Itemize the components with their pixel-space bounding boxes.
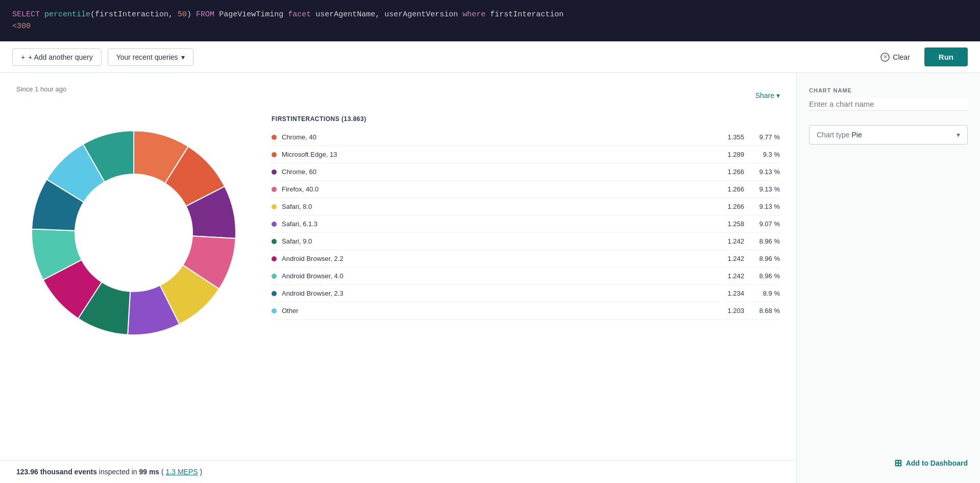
legend-label: Chrome, 60 [282,168,708,176]
recent-queries-label: Your recent queries [116,53,178,61]
legend-row: Safari, 9.0 1.242 8.96 % [272,233,780,250]
add-query-button[interactable]: + + Add another query [12,49,102,66]
legend-row: Chrome, 40 1.355 9.77 % [272,129,780,146]
query-condition: firstInteraction [485,10,564,19]
legend-pct: 9.3 % [749,151,780,158]
dashboard-icon: ⊞ [894,457,902,469]
query-plain1 [40,10,44,19]
legend-value: 1.242 [714,237,744,245]
chart-type-section: Chart type Pie ▾ [809,125,968,144]
legend-pct: 9.07 % [749,220,780,228]
legend-pct: 9.13 % [749,168,780,176]
legend-label: Microsoft Edge, 13 [282,151,708,158]
left-content: Since 1 hour ago Share ▾ [0,73,796,483]
chevron-down-icon: ▾ [957,131,960,139]
footer-stats: 123.96 thousand events inspected in 99 m… [16,468,202,476]
right-spacer [809,159,968,443]
events-count: 123.96 thousand events [16,468,97,476]
query-table: PageViewTiming [214,10,288,19]
legend-row: Firefox, 40.0 1.266 9.13 % [272,181,780,198]
share-button[interactable]: Share ▾ [755,91,780,100]
legend-label: Safari, 8.0 [282,203,708,210]
legend-dot [272,187,277,192]
legend-value: 1.289 [714,151,744,158]
chart-name-section: CHART NAME [809,87,968,111]
add-to-dashboard-button[interactable]: ⊞ Add to Dashboard [894,457,968,469]
share-label: Share [755,91,774,100]
dashboard-section: ⊞ Add to Dashboard [809,457,968,469]
legend-row: Android Browser, 4.0 1.242 8.96 % [272,268,780,285]
ms-value: 99 ms [139,468,159,476]
legend-dot [272,239,277,244]
query-func: percentile [44,10,90,19]
legend-value: 1.242 [714,272,744,280]
query-facet-cols: userAgentName, userAgentVersion [311,10,462,19]
legend-pct: 9.13 % [749,203,780,210]
inspected-text: inspected in [99,468,139,476]
chart-type-select[interactable]: Chart type Pie ▾ [809,125,968,144]
legend-label: Safari, 6.1.3 [282,220,708,228]
legend-row: Android Browser, 2.2 1.242 8.96 % [272,250,780,268]
query-paren: ) [187,10,196,19]
legend-label: Chrome, 40 [282,133,708,141]
clear-label: Clear [893,53,910,61]
query-lt300: <300 [12,22,31,31]
legend-rows: Chrome, 40 1.355 9.77 % Microsoft Edge, … [272,129,780,320]
legend-label: Android Browser, 2.3 [282,289,708,297]
legend-value: 1.266 [714,203,744,210]
query-select: SELECT [12,10,40,19]
legend-value: 1.258 [714,220,744,228]
chart-type-label: Chart type [817,131,850,139]
query-where: where [462,10,485,19]
meps-label: ( 1.3 MEPS ) [161,468,202,476]
page-wrapper: SELECT percentile(firstInteraction, 50) … [0,0,980,483]
legend-pct: 8.9 % [749,289,780,297]
chart-name-label: CHART NAME [809,87,968,93]
query-facet: facet [288,10,311,19]
legend-row: Android Browser, 2.3 1.234 8.9 % [272,285,780,302]
legend-value: 1.234 [714,289,744,297]
since-label: Since 1 hour ago [16,85,66,93]
toolbar: + + Add another query Your recent querie… [0,41,980,73]
legend-label: Other [282,307,708,315]
legend-label: Firefox, 40.0 [282,185,708,193]
query-bar: SELECT percentile(firstInteraction, 50) … [0,0,980,41]
add-dashboard-label: Add to Dashboard [906,459,968,467]
share-chevron-icon: ▾ [776,91,780,100]
main-row: Since 1 hour ago Share ▾ [0,73,980,483]
legend-pct: 9.77 % [749,133,780,141]
meps-link[interactable]: 1.3 MEPS [166,468,198,476]
legend-header: FIRSTINTERACTIONS (13.863) [272,115,780,123]
legend-value: 1.355 [714,133,744,141]
clear-x-icon: ✕ [880,53,890,62]
legend-value: 1.266 [714,168,744,176]
query-num: 50 [178,10,187,19]
legend-dot [272,222,277,227]
legend-label: Android Browser, 2.2 [282,255,708,262]
chart-content: Since 1 hour ago Share ▾ [0,73,796,460]
legend-dot [272,170,277,175]
clear-button[interactable]: ✕ Clear [872,49,918,66]
legend-value: 1.266 [714,185,744,193]
donut-chart [16,115,251,350]
add-query-label: + Add another query [28,53,93,61]
legend-dot [272,152,277,157]
legend-dot [272,291,277,296]
legend-value: 1.242 [714,255,744,262]
chart-and-legend: FIRSTINTERACTIONS (13.863) Chrome, 40 1.… [16,115,780,350]
chart-name-input[interactable] [809,98,968,111]
recent-queries-button[interactable]: Your recent queries ▾ [108,49,193,66]
legend-pct: 8.96 % [749,237,780,245]
legend-pct: 8.96 % [749,255,780,262]
legend-row: Safari, 8.0 1.266 9.13 % [272,198,780,215]
legend-dot [272,308,277,313]
query-args: (firstInteraction, [90,10,178,19]
legend-label: Safari, 9.0 [282,237,708,245]
legend-dot [272,274,277,279]
legend-row: Other 1.203 8.68 % [272,302,780,320]
legend-dot [272,256,277,261]
legend-dot [272,135,277,140]
legend-row: Safari, 6.1.3 1.258 9.07 % [272,215,780,233]
run-button[interactable]: Run [924,47,968,66]
query-from: FROM [196,10,214,19]
